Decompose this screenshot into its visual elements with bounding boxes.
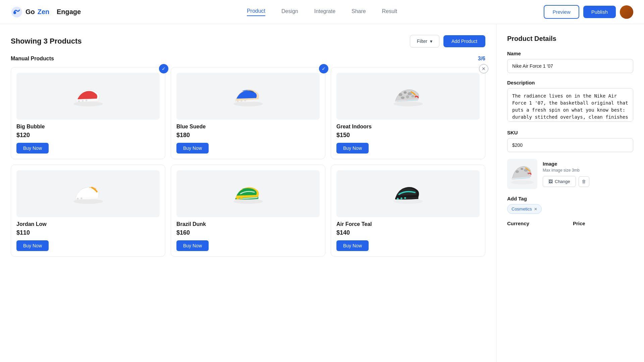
svg-point-22 — [80, 197, 83, 199]
svg-point-10 — [393, 102, 423, 107]
image-size-hint: Max image size 3mb — [543, 168, 633, 173]
nav-item-product[interactable]: Product — [247, 8, 265, 16]
svg-point-27 — [397, 198, 399, 200]
card-2-image — [176, 73, 320, 120]
section-header: Manual Products 3/6 — [11, 56, 485, 62]
filter-label: Filter — [417, 39, 427, 44]
product-card-2[interactable]: ✓ Blue Suede $180 B — [171, 67, 325, 159]
card-4-image — [16, 170, 160, 217]
image-label: Image — [543, 161, 633, 167]
main-layout: Showing 3 Products Filter ▾ Add Product … — [0, 24, 644, 362]
product-card-3[interactable]: ✕ — [331, 67, 485, 159]
svg-point-2 — [73, 102, 103, 107]
product-card-4[interactable]: Jordan Low $110 Buy Now — [11, 165, 165, 257]
image-section: Image Max image size 3mb 🖼 Change 🗑 — [507, 159, 633, 189]
nav-item-design[interactable]: Design — [281, 8, 298, 16]
svg-point-26 — [393, 199, 423, 204]
shoe-icon-6 — [390, 180, 427, 207]
image-info: Image Max image size 3mb 🖼 Change 🗑 — [543, 161, 633, 187]
shoe-icon-1 — [70, 83, 107, 110]
tag-cosmetics[interactable]: Cosmetics ✕ — [507, 204, 542, 214]
panel-title: Product Details — [507, 35, 633, 43]
change-image-button[interactable]: 🖼 Change — [543, 176, 576, 187]
product-card-1[interactable]: ✓ Big Bubble $120 Buy Now — [11, 67, 165, 159]
svg-point-14 — [411, 95, 414, 97]
logo[interactable]: GoZen Engage — [11, 6, 81, 18]
svg-point-32 — [516, 170, 519, 173]
name-label: Name — [507, 51, 633, 56]
svg-point-12 — [404, 91, 407, 94]
tag-cosmetics-label: Cosmetics — [512, 206, 532, 212]
sku-field-group: SKU — [507, 130, 633, 152]
name-field-group: Name — [507, 51, 633, 73]
description-textarea[interactable]: The radiance lives on in the Nike Air Fo… — [507, 88, 633, 122]
product-card-6[interactable]: Air Force Teal $140 Buy Now — [331, 165, 485, 257]
image-icon: 🖼 — [548, 179, 553, 184]
card-5-buy-button[interactable]: Buy Now — [176, 240, 209, 251]
tag-label: Add Tag — [507, 196, 633, 201]
name-input[interactable] — [507, 59, 633, 73]
card-6-buy-button[interactable]: Buy Now — [336, 240, 369, 251]
currency-field-group: Currency — [507, 221, 568, 229]
card-6-image — [336, 170, 480, 217]
card-3-image — [336, 73, 480, 120]
avatar-image — [620, 5, 633, 19]
svg-point-21 — [77, 198, 79, 200]
card-3-buy-button[interactable]: Buy Now — [336, 143, 369, 154]
publish-button[interactable]: Publish — [583, 6, 616, 18]
card-4-buy-button[interactable]: Buy Now — [16, 240, 49, 251]
currency-price-row: Currency Price — [507, 221, 633, 236]
avatar[interactable] — [620, 5, 633, 19]
svg-point-29 — [404, 197, 406, 199]
section-count: 3/6 — [478, 56, 485, 62]
logo-go-text: Go — [25, 8, 35, 16]
tags-container: Cosmetics ✕ — [507, 204, 633, 214]
card-6-price: $140 — [336, 229, 480, 236]
card-2-check-badge: ✓ — [319, 64, 328, 73]
change-label: Change — [555, 179, 570, 184]
card-2-buy-button[interactable]: Buy Now — [176, 143, 209, 154]
products-grid-row2: Jordan Low $110 Buy Now — [11, 165, 485, 257]
svg-point-4 — [82, 100, 84, 102]
count-total: /6 — [481, 56, 485, 61]
nav-item-result[interactable]: Result — [382, 8, 397, 16]
preview-button[interactable]: Preview — [544, 5, 579, 19]
card-3-name: Great Indoors — [336, 124, 480, 130]
card-5-name: Brazil Dunk — [176, 221, 320, 227]
nav: Product Design Integrate Share Result — [247, 8, 397, 16]
tag-cosmetics-remove[interactable]: ✕ — [534, 207, 537, 212]
sku-input[interactable] — [507, 138, 633, 152]
svg-point-23 — [233, 199, 263, 204]
card-4-name: Jordan Low — [16, 221, 160, 227]
card-2-price: $180 — [176, 132, 320, 139]
card-3-price: $150 — [336, 132, 480, 139]
svg-point-11 — [398, 93, 402, 96]
thumbnail-shoe-icon — [507, 159, 537, 189]
delete-image-button[interactable]: 🗑 — [579, 176, 589, 187]
description-field-group: Description The radiance lives on in the… — [507, 80, 633, 123]
card-2-name: Blue Suede — [176, 124, 320, 130]
card-1-buy-button[interactable]: Buy Now — [16, 143, 49, 154]
trash-icon: 🗑 — [582, 179, 586, 184]
nav-item-share[interactable]: Share — [352, 8, 366, 16]
header-actions: Preview Publish — [544, 5, 633, 19]
svg-point-18 — [400, 100, 402, 102]
card-1-image — [16, 73, 160, 120]
price-field-group: Price — [573, 221, 633, 229]
tag-section: Add Tag Cosmetics ✕ — [507, 196, 633, 214]
shoe-icon-3 — [390, 83, 427, 110]
svg-point-19 — [404, 100, 406, 102]
svg-point-0 — [11, 7, 22, 17]
card-3-x-badge[interactable]: ✕ — [479, 64, 488, 73]
card-5-price: $160 — [176, 229, 320, 236]
svg-point-24 — [237, 198, 239, 200]
filter-button[interactable]: Filter ▾ — [410, 35, 439, 48]
svg-point-15 — [401, 97, 405, 99]
nav-item-integrate[interactable]: Integrate — [314, 8, 335, 16]
price-label: Price — [573, 221, 633, 226]
svg-point-28 — [400, 197, 402, 199]
add-product-button[interactable]: Add Product — [443, 35, 485, 47]
description-label: Description — [507, 80, 633, 85]
right-panel: Product Details Name Description The rad… — [496, 24, 644, 362]
product-card-5[interactable]: Brazil Dunk $160 Buy Now — [171, 165, 325, 257]
